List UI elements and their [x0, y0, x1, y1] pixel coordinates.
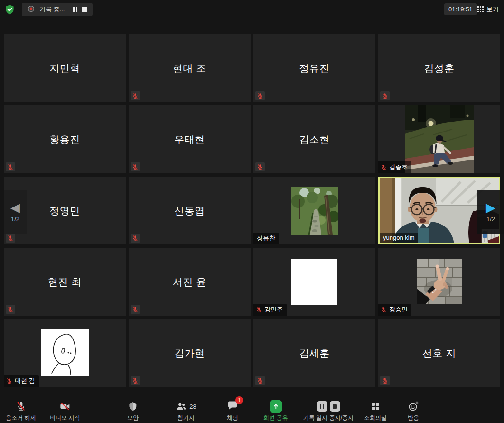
participant-tile[interactable]: 김세훈 — [253, 319, 375, 387]
participant-avatar — [417, 259, 462, 304]
record-dot-icon — [28, 5, 35, 14]
breakout-rooms-icon — [370, 401, 381, 412]
participant-tile[interactable]: 김종호 — [378, 105, 500, 173]
stop-recording-button-icon[interactable] — [329, 401, 340, 412]
muted-mic-icon — [380, 376, 390, 385]
meeting-timer: 01:19:51 — [444, 3, 477, 15]
participant-name: 지민혁 — [49, 62, 80, 75]
security-button[interactable]: 보안 — [127, 399, 139, 423]
participant-avatar — [291, 187, 338, 235]
participants-button[interactable]: 28 참가자 — [176, 399, 196, 423]
view-button[interactable]: 보기 — [477, 3, 499, 15]
participant-name: yungon kim — [383, 234, 414, 241]
reactions-label: 반응 — [408, 414, 419, 422]
prev-page-button[interactable]: ◀ 1/2 — [4, 190, 27, 234]
share-screen-button[interactable]: 화면 공유 — [263, 399, 288, 423]
participant-name: 정영민 — [49, 204, 80, 217]
participant-tile[interactable]: 우태현 — [129, 105, 251, 173]
participant-tile[interactable]: 대현 김 — [4, 319, 126, 387]
participant-name: 김성훈 — [424, 62, 455, 75]
participant-name: 신동엽 — [174, 204, 205, 217]
unmute-label: 음소거 해제 — [6, 414, 36, 422]
recording-control-label: 기록 일시 중지/중지 — [303, 414, 354, 422]
participant-tile[interactable]: 정유진 — [253, 34, 375, 102]
muted-mic-icon — [6, 162, 15, 171]
participant-name-chip: 강민주 — [253, 304, 287, 316]
muted-mic-icon — [6, 305, 15, 314]
participant-name: 성유찬 — [257, 234, 275, 243]
participant-name-chip: 장승민 — [378, 304, 411, 316]
participant-tile[interactable]: 지민혁 — [4, 34, 126, 102]
participant-photo — [405, 105, 474, 173]
reactions-button[interactable]: 반응 — [408, 399, 419, 423]
chat-unread-badge: 1 — [235, 396, 243, 404]
participant-avatar-blank — [291, 259, 337, 305]
participant-name: 현진 최 — [48, 275, 82, 289]
participant-tile[interactable]: 김성훈 — [378, 34, 500, 102]
participant-tile[interactable]: 김가현 — [129, 319, 251, 387]
participant-tile[interactable]: 신동엽 — [129, 177, 251, 244]
participant-name: 김소현 — [299, 133, 330, 146]
share-screen-label: 화면 공유 — [263, 414, 288, 422]
chat-label: 채팅 — [227, 414, 238, 422]
muted-mic-icon — [15, 401, 27, 412]
participant-tile[interactable]: 성유찬 — [253, 177, 375, 244]
muted-mic-icon — [131, 234, 140, 243]
view-button-label: 보기 — [486, 5, 499, 14]
pause-recording-button-icon[interactable] — [317, 401, 327, 412]
top-bar: 기록 중... 01:19:51 보기 — [0, 0, 504, 19]
video-off-icon — [59, 401, 71, 412]
recording-control-button[interactable]: 기록 일시 중지/중지 — [303, 399, 354, 423]
participant-tile[interactable]: 강민주 — [253, 248, 375, 316]
participant-tile[interactable]: 김소현 — [253, 105, 375, 173]
unmute-button[interactable]: 음소거 해제 — [6, 399, 36, 423]
next-page-button[interactable]: ▶ 1/2 — [477, 190, 504, 234]
participant-tile[interactable]: 황용진 — [4, 105, 126, 173]
muted-mic-icon — [6, 234, 15, 243]
participant-tile[interactable]: 장승민 — [378, 248, 500, 316]
start-video-button[interactable]: 비디오 시작 — [50, 399, 80, 423]
participant-grid: 지민혁 현대 조 정유진 김성훈 황용진 우태현 김소현 — [4, 34, 500, 387]
muted-mic-icon — [131, 162, 140, 171]
chat-button[interactable]: 1 채팅 — [227, 399, 238, 423]
shield-icon — [128, 401, 138, 412]
participant-name-chip: 대현 김 — [4, 375, 39, 387]
participants-icon — [176, 401, 187, 412]
chevron-right-icon: ▶ — [486, 201, 495, 214]
muted-mic-icon — [381, 164, 387, 170]
participant-name: 김종호 — [389, 163, 408, 171]
muted-mic-icon — [255, 162, 265, 171]
muted-mic-icon — [256, 307, 262, 313]
participant-name: 서진 윤 — [173, 275, 206, 289]
reactions-smiley-icon — [408, 401, 419, 412]
participants-label: 참가자 — [177, 414, 195, 422]
participant-tile[interactable]: 선호 지 — [378, 319, 500, 387]
grid-view-icon — [477, 6, 484, 12]
stop-recording-icon[interactable] — [82, 7, 87, 12]
participants-count: 28 — [189, 403, 196, 410]
pause-recording-icon[interactable] — [73, 7, 77, 12]
participant-name: 현대 조 — [173, 62, 206, 75]
participant-tile[interactable]: 서진 윤 — [129, 248, 251, 316]
muted-mic-icon — [6, 378, 12, 384]
chevron-left-icon: ◀ — [10, 201, 20, 214]
share-screen-icon — [270, 400, 282, 413]
recording-indicator: 기록 중... — [22, 3, 93, 16]
participant-avatar-sketch — [41, 329, 89, 376]
participant-name: 강민주 — [264, 305, 283, 314]
participant-tile[interactable]: 현대 조 — [129, 34, 251, 102]
security-label: 보안 — [127, 414, 139, 422]
breakout-rooms-button[interactable]: 소회의실 — [364, 399, 387, 423]
breakout-rooms-label: 소회의실 — [364, 414, 387, 422]
participant-tile[interactable]: 현진 최 — [4, 248, 126, 316]
participant-name: 김가현 — [174, 347, 205, 360]
recording-status-text: 기록 중... — [39, 5, 65, 14]
muted-mic-icon — [381, 307, 387, 313]
page-indicator: 1/2 — [486, 216, 495, 223]
participant-name: 선호 지 — [422, 347, 456, 360]
meeting-security-shield-icon[interactable] — [4, 4, 15, 15]
muted-mic-icon — [380, 91, 390, 100]
participant-name-chip: 성유찬 — [253, 233, 279, 244]
muted-mic-icon — [131, 91, 140, 100]
participant-name: 대현 김 — [15, 376, 35, 385]
